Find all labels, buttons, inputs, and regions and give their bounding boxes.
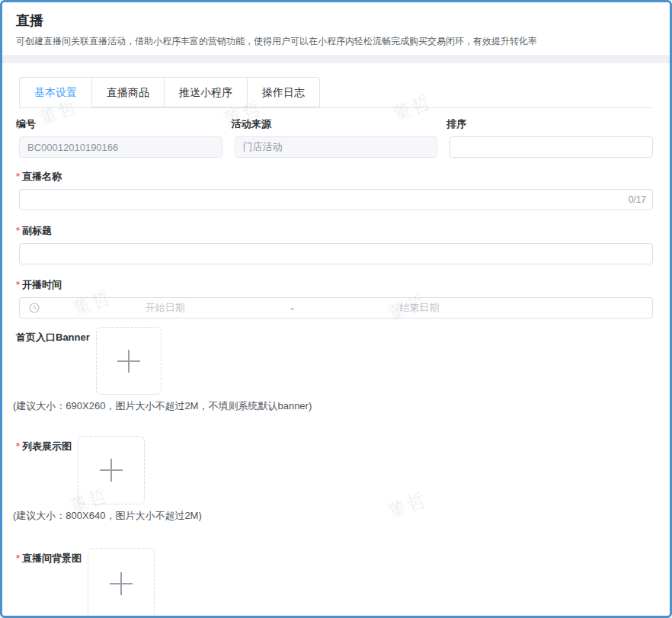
end-date-placeholder: 结束日期 xyxy=(299,301,540,315)
section-divider xyxy=(2,55,670,63)
plus-icon xyxy=(117,350,140,373)
tab-push-miniprogram[interactable]: 推送小程序 xyxy=(165,77,248,107)
required-asterisk xyxy=(16,225,20,236)
banner-hint: (建议大小：690X260，图片大小不超过2M，不填则系统默认banner) xyxy=(13,399,653,412)
page-description: 可创建直播间关联直播活动，借助小程序丰富的营销功能，使得用户可以在小程序内轻松流… xyxy=(16,35,656,48)
page-header: 直播 可创建直播间关联直播活动，借助小程序丰富的营销功能，使得用户可以在小程序内… xyxy=(2,2,670,48)
range-separator: - xyxy=(286,303,298,314)
page-title: 直播 xyxy=(16,11,656,30)
live-name-input[interactable] xyxy=(19,189,653,210)
plus-icon xyxy=(100,459,123,482)
sort-field: 排序 xyxy=(450,119,653,158)
form-row-top: 编号 活动来源 排序 xyxy=(19,119,653,158)
start-time-field: 开播时间 开始日期 - 结束日期 xyxy=(19,280,653,319)
required-asterisk xyxy=(16,440,20,452)
source-input xyxy=(235,136,438,158)
banner-field: 首页入口Banner xyxy=(19,327,653,395)
tab-operation-log[interactable]: 操作日志 xyxy=(248,77,320,107)
code-label: 编号 xyxy=(16,119,222,130)
subtitle-label: 副标题 xyxy=(22,225,52,236)
bg-image-label: 直播间背景图 xyxy=(22,552,82,564)
bg-image-field: 直播间背景图 xyxy=(19,548,653,618)
live-name-field: 直播名称 0/17 xyxy=(19,171,653,210)
source-label: 活动来源 xyxy=(232,119,438,130)
source-field: 活动来源 xyxy=(235,119,438,158)
required-asterisk xyxy=(16,552,20,564)
tab-bar: 基本设置 直播商品 推送小程序 操作日志 xyxy=(19,77,653,108)
banner-upload[interactable] xyxy=(96,327,162,395)
required-asterisk xyxy=(16,279,20,290)
char-counter: 0/17 xyxy=(626,194,646,205)
date-range-picker[interactable]: 开始日期 - 结束日期 xyxy=(19,297,653,319)
clock-icon xyxy=(29,303,40,313)
list-image-hint: (建议大小：800X640，图片大小不超过2M) xyxy=(13,509,653,522)
code-input xyxy=(19,136,222,158)
required-asterisk xyxy=(16,171,20,182)
basic-settings-form: 编号 活动来源 排序 直播名称 0/17 副标题 xyxy=(2,108,670,618)
subtitle-input[interactable] xyxy=(19,243,653,264)
subtitle-field: 副标题 xyxy=(19,226,653,264)
banner-label: 首页入口Banner xyxy=(16,327,90,343)
code-field: 编号 xyxy=(19,119,222,158)
list-image-upload[interactable] xyxy=(78,436,145,504)
sort-input[interactable] xyxy=(450,136,653,158)
live-stream-settings-page: 直播 可创建直播间关联直播活动，借助小程序丰富的营销功能，使得用户可以在小程序内… xyxy=(0,0,672,618)
list-image-label: 列表展示图 xyxy=(22,440,72,452)
list-image-field: 列表展示图 xyxy=(19,436,653,504)
plus-icon xyxy=(110,572,133,595)
start-time-label: 开播时间 xyxy=(22,279,62,290)
live-name-label: 直播名称 xyxy=(22,171,62,182)
tab-basic-settings[interactable]: 基本设置 xyxy=(19,77,92,107)
tab-live-products[interactable]: 直播商品 xyxy=(92,77,165,107)
sort-label: 排序 xyxy=(446,119,653,130)
bg-image-upload[interactable] xyxy=(88,548,155,618)
start-date-placeholder: 开始日期 xyxy=(44,301,286,315)
